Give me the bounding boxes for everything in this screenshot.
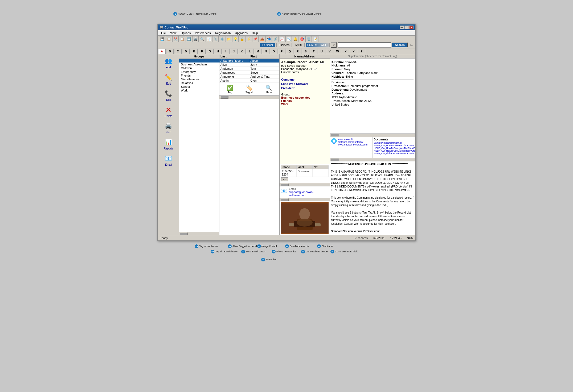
tag-button[interactable]: ✅ Tag [226, 84, 234, 94]
toolbar-help[interactable]: 💡 [232, 36, 239, 42]
menu-file[interactable]: File [159, 31, 168, 35]
tab-p[interactable]: P [278, 49, 285, 54]
groups-scrollbar-thumb[interactable] [180, 232, 188, 235]
tab-b[interactable]: B [166, 49, 174, 54]
tab-o[interactable]: O [270, 49, 277, 54]
toolbar-pin[interactable]: 📌 [252, 36, 259, 42]
menu-registration[interactable]: Registration [213, 31, 233, 35]
toolbar-bell[interactable]: 🔔 [292, 36, 298, 42]
website-url-1[interactable]: www.lonewolf-software.com [338, 143, 371, 146]
tab-t[interactable]: T [310, 49, 317, 54]
website-url-0[interactable]: www.lonewolf-software.com/ContactW [338, 138, 371, 143]
menu-upgrades[interactable]: Upgrades [233, 31, 250, 35]
restore-button[interactable]: □ [404, 26, 409, 29]
record-row-0[interactable]: A Sample Record Albert [219, 59, 279, 63]
group-item-3[interactable]: Friends [179, 74, 219, 77]
tab-r[interactable]: R [294, 49, 301, 54]
tab-m[interactable]: M [254, 49, 261, 54]
doc-link-4[interactable]: HELP_Cw_LinkedDocumentsInContactW... [374, 152, 414, 155]
menu-preferences[interactable]: Preferences [193, 31, 213, 35]
group-item-1[interactable]: Children [179, 66, 219, 70]
supp-scrollbar[interactable] [330, 134, 415, 137]
tab-u[interactable]: U [318, 49, 325, 54]
group-item-0[interactable]: Business Associates [179, 62, 219, 66]
supp-scrollbar-thumb[interactable] [331, 134, 339, 136]
email-button[interactable]: 📧 Email [162, 153, 175, 167]
toolbar-mail[interactable]: 📬 [265, 36, 272, 42]
group-item-7[interactable]: Work [179, 89, 219, 92]
toolbar-lock[interactable]: 🔒 [239, 36, 245, 42]
name-address-scrollbar-thumb[interactable] [281, 184, 289, 186]
toolbar-print[interactable]: 🖨️ [192, 36, 199, 42]
email-scrollbar[interactable] [280, 198, 330, 201]
group-item-6[interactable]: School [179, 85, 219, 89]
record-scrollbar[interactable] [219, 95, 279, 99]
tab-w[interactable]: W [334, 49, 341, 54]
doc-link-2[interactable]: HELP_Cw_HowToConfigureTheEmailEngi... [374, 147, 414, 149]
tab-y[interactable]: Y [350, 49, 357, 54]
help-button[interactable]: ? [331, 42, 337, 48]
toolbar-up[interactable]: 📈 [279, 36, 285, 42]
toolbar-link[interactable]: 🔗 [272, 36, 279, 42]
record-row-2[interactable]: Anderson Tom [219, 67, 279, 71]
tab-h[interactable]: H [214, 49, 222, 54]
tab-s[interactable]: S [302, 49, 309, 54]
toolbar-export[interactable]: 📤 [259, 36, 265, 42]
record-scrollbar-thumb[interactable] [220, 96, 228, 99]
toolbar-chart[interactable]: 📊 [206, 36, 212, 42]
toolbar-folder[interactable]: 📁 [226, 36, 232, 42]
search-button[interactable]: Search [392, 43, 408, 47]
search-input[interactable] [338, 42, 391, 48]
tab-n[interactable]: N [262, 49, 269, 54]
toolbar-target[interactable]: 🎯 [299, 36, 305, 42]
toolbar-settings[interactable]: ⚙️ [219, 36, 225, 42]
tab-e[interactable]: E [190, 49, 198, 54]
tab-i[interactable]: I [222, 49, 230, 54]
group-item-5[interactable]: Relatives [179, 81, 219, 85]
groups-scrollbar[interactable] [179, 232, 219, 235]
toolbar-copy[interactable]: 📋 [166, 36, 172, 42]
tab-f[interactable]: F [198, 49, 206, 54]
tab-k[interactable]: K [238, 49, 245, 54]
email-addr-0[interactable]: support@lonewolf-software.com [289, 190, 329, 197]
reports-button[interactable]: 📊 Reports [162, 136, 175, 151]
ext-button[interactable]: ext [281, 177, 288, 181]
tab-l[interactable]: L [246, 49, 253, 54]
tab-c[interactable]: C [174, 49, 182, 54]
mydir-tab[interactable]: MyDir [293, 43, 305, 47]
supp-header[interactable]: Supplemental (click here for Contact Log… [330, 54, 415, 59]
toolbar-note[interactable]: 📝 [312, 36, 318, 42]
doc-link-3[interactable]: HELP_Cw_HowToUseCategoriesInGroup... [374, 149, 414, 152]
record-row-5[interactable]: Austin Glen [219, 79, 279, 83]
group-item-all[interactable] [179, 59, 219, 62]
minimize-button[interactable]: — [400, 26, 404, 29]
tab-g[interactable]: G [206, 49, 214, 54]
tab-q[interactable]: Q [286, 49, 293, 54]
record-row-4[interactable]: Armstrong Andrew & Tina [219, 75, 279, 79]
comments-area[interactable]: **************** NEW USERS PLEASE READ T… [330, 161, 415, 235]
personal-dir-tab[interactable]: Personal [260, 43, 275, 47]
group-item-2[interactable]: Emergency [179, 70, 219, 74]
website-docs-scrollbar[interactable] [330, 158, 415, 161]
tab-v[interactable]: V [326, 49, 333, 54]
dial-button[interactable]: 📞 Dial [162, 88, 175, 102]
toolbar-find[interactable]: 🔍 [199, 36, 205, 42]
toolbar-save[interactable]: 💾 [159, 36, 165, 42]
menu-help[interactable]: Help [250, 31, 260, 35]
toolbar-bolt[interactable]: ⚡ [245, 36, 252, 42]
close-button[interactable]: ✕ [409, 26, 414, 29]
doc-link-0[interactable]: SampleNotesDocument.txt [374, 141, 414, 144]
edit-record-button[interactable]: ✏️ Edit [162, 72, 175, 86]
doc-link-1[interactable]: HELP_Cw_HowToUseSearchInContactW... [374, 144, 414, 147]
tab-x[interactable]: X [342, 49, 349, 54]
toolbar-delete[interactable]: 🗑️ [305, 36, 312, 42]
record-row-3[interactable]: Aquafresca Steve [219, 71, 279, 75]
tag-all-button[interactable]: 🏷️ Tag all [244, 84, 254, 94]
group-item-4[interactable]: Miscellaneous [179, 77, 219, 81]
toolbar-cut[interactable]: ✂️ [172, 36, 179, 42]
toolbar-undo[interactable]: ↩️ [186, 36, 192, 42]
tab-a[interactable]: A [158, 49, 166, 54]
toolbar-attach[interactable]: 📎 [212, 36, 219, 42]
add-record-button[interactable]: 👥 Add [162, 55, 175, 70]
business-dir-tab[interactable]: Business [276, 43, 292, 47]
